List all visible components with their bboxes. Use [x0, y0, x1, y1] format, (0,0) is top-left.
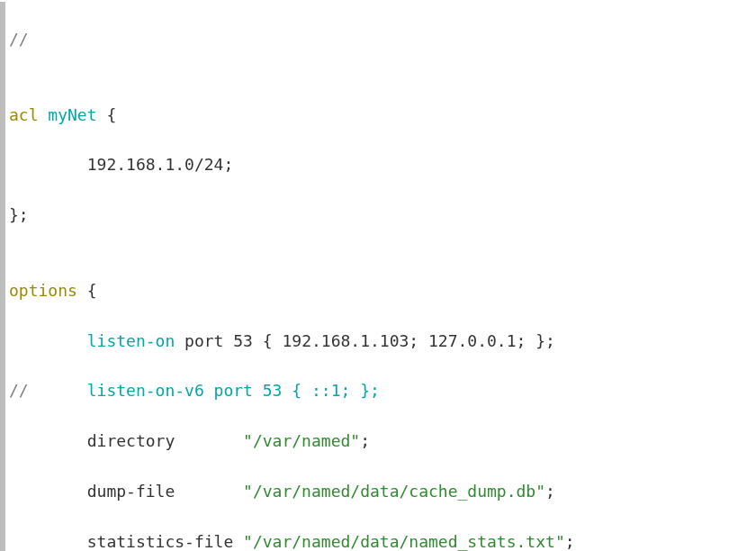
text-token: port 53 { 192.168.1.103; 127.0.0.1; };: [175, 331, 555, 350]
semi-token: ;: [545, 482, 555, 501]
text-token: 192.168.1.0/24;: [87, 155, 234, 174]
text-token: dump-file: [87, 482, 243, 501]
code-line: dump-file "/var/named/data/cache_dump.db…: [9, 479, 643, 504]
identifier-token: myNet: [39, 105, 107, 124]
semi-token: ;: [565, 532, 575, 551]
text-token: directory: [87, 431, 243, 450]
code-block: // acl myNet { 192.168.1.0/24; }; option…: [0, 0, 756, 551]
code-line: //: [9, 27, 643, 52]
code-line: acl myNet {: [9, 103, 643, 128]
keyword-token: options: [9, 281, 77, 300]
string-token: "/var/named/data/named_stats.txt": [243, 532, 565, 551]
directive-token: listen-on-v6 port 53 { ::1; };: [87, 381, 380, 400]
string-token: "/var/named/data/cache_dump.db": [243, 482, 545, 501]
keyword-token: acl: [9, 105, 39, 124]
code-line: // listen-on-v6 port 53 { ::1; };: [9, 378, 643, 403]
code-line: statistics-file "/var/named/data/named_s…: [9, 529, 643, 551]
code-line: options {: [9, 278, 643, 303]
semi-token: ;: [360, 431, 370, 450]
code-line: };: [9, 203, 643, 228]
directive-token: listen-on: [87, 331, 176, 350]
code-line: directory "/var/named";: [9, 429, 643, 454]
code-line: 192.168.1.0/24;: [9, 152, 643, 177]
brace-token: {: [77, 281, 97, 300]
code-line: listen-on port 53 { 192.168.1.103; 127.0…: [9, 329, 643, 354]
text-token: statistics-file: [87, 532, 243, 551]
code-content: // acl myNet { 192.168.1.0/24; }; option…: [5, 2, 643, 551]
brace-token: {: [106, 105, 116, 124]
comment-token: //: [9, 381, 29, 400]
string-token: "/var/named": [243, 431, 360, 450]
comment-token: //: [9, 30, 29, 49]
